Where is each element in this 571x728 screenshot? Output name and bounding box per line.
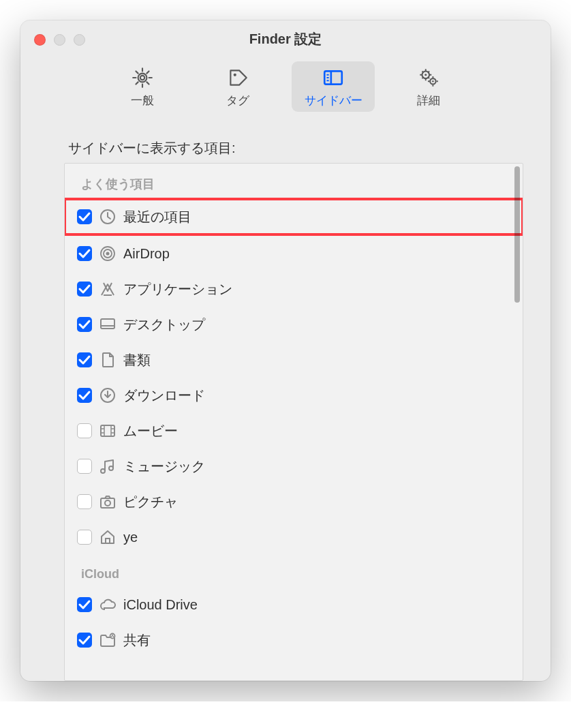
list-item[interactable]: AirDrop <box>65 236 523 271</box>
list-item[interactable]: 最近の項目 <box>65 199 523 234</box>
group-header: iCloud <box>65 555 523 587</box>
list-item[interactable]: ミュージック <box>65 449 523 484</box>
gears-icon <box>417 65 440 90</box>
list-item-label: 最近の項目 <box>123 208 191 226</box>
list-item[interactable]: ムービー <box>65 413 523 449</box>
shared-folder-icon <box>99 631 117 649</box>
checkbox[interactable] <box>77 209 92 224</box>
window-title: Finder 設定 <box>20 30 551 48</box>
movie-icon <box>99 422 117 440</box>
group-header: よく使う項目 <box>65 164 523 198</box>
zoom-window-button[interactable] <box>74 34 85 46</box>
list-item-label: ダウンロード <box>123 386 205 405</box>
list-item-label: アプリケーション <box>123 280 232 299</box>
airdrop-icon <box>99 245 117 262</box>
list-item-label: 共有 <box>123 631 151 650</box>
list-item[interactable]: iCloud Drive <box>65 587 523 622</box>
list-item[interactable]: アプリケーション <box>65 271 523 307</box>
tab-label: タグ <box>226 93 249 108</box>
scrollbar[interactable] <box>514 166 520 303</box>
minimize-window-button[interactable] <box>54 34 65 46</box>
checkbox[interactable] <box>77 423 92 438</box>
list-item[interactable]: ピクチャ <box>65 484 523 519</box>
titlebar: Finder 設定 <box>20 20 551 57</box>
tab-label: サイドバー <box>305 93 362 108</box>
document-icon <box>99 351 117 369</box>
tab-label: 詳細 <box>417 93 440 108</box>
camera-icon <box>99 493 117 511</box>
list-item[interactable]: 書類 <box>65 342 523 378</box>
checkbox[interactable] <box>77 597 92 612</box>
sidebar-items-list: よく使う項目最近の項目AirDropアプリケーションデスクトップ書類ダウンロード… <box>64 163 523 681</box>
music-icon <box>99 457 117 475</box>
sidebar-icon <box>322 65 345 90</box>
download-icon <box>99 386 117 404</box>
checkbox[interactable] <box>77 246 92 261</box>
home-icon <box>99 528 117 546</box>
list-item-label: AirDrop <box>123 246 170 262</box>
checkbox[interactable] <box>77 459 92 474</box>
tab-tags[interactable]: タグ <box>196 61 279 112</box>
list-item[interactable]: ダウンロード <box>65 378 523 413</box>
clock-icon <box>99 208 117 226</box>
list-item[interactable]: ye <box>65 519 523 555</box>
list-item-label: 書類 <box>123 351 151 369</box>
settings-window: Finder 設定 一般タグサイドバー詳細 サイドバーに表示する項目: よく使う… <box>20 20 551 681</box>
list-item-label: iCloud Drive <box>123 597 198 613</box>
checkbox[interactable] <box>77 494 92 509</box>
list-item-label: ミュージック <box>123 457 205 476</box>
checkbox[interactable] <box>77 633 92 648</box>
list-item-label: ピクチャ <box>123 493 178 511</box>
checkbox[interactable] <box>77 317 92 332</box>
list-item-label: ムービー <box>123 422 178 440</box>
checkbox[interactable] <box>77 388 92 403</box>
tab-advanced[interactable]: 詳細 <box>387 61 470 112</box>
list-item-label: デスクトップ <box>123 316 205 334</box>
checkbox[interactable] <box>77 352 92 367</box>
tab-general[interactable]: 一般 <box>101 61 184 112</box>
traffic-lights <box>34 34 85 46</box>
cloud-icon <box>99 596 117 613</box>
close-window-button[interactable] <box>34 34 46 46</box>
checkbox[interactable] <box>77 282 92 297</box>
section-label: サイドバーに表示する項目: <box>68 139 551 157</box>
checkbox[interactable] <box>77 530 92 545</box>
toolbar: 一般タグサイドバー詳細 <box>20 57 551 121</box>
desktop-icon <box>99 316 117 333</box>
tab-label: 一般 <box>131 93 154 108</box>
tab-sidebar[interactable]: サイドバー <box>292 61 375 112</box>
list-item[interactable]: 共有 <box>65 622 523 658</box>
list-item-label: ye <box>123 530 138 545</box>
applications-icon <box>99 280 117 298</box>
gear-icon <box>131 65 154 90</box>
tag-icon <box>226 65 249 90</box>
list-item[interactable]: デスクトップ <box>65 307 523 342</box>
